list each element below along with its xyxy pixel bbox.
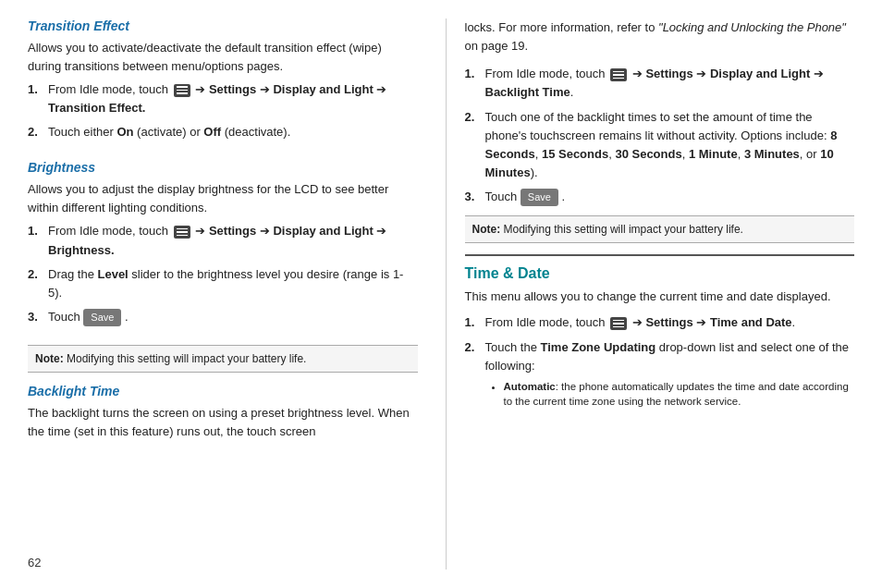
step-content: From Idle mode, touch ➔ Settings ➔ Displ… bbox=[485, 65, 855, 102]
step-1: 1. From Idle mode, touch ➔ Settings ➔ Di… bbox=[465, 65, 855, 102]
note-text: Modifying this setting will impact your … bbox=[504, 223, 743, 236]
step-num: 2. bbox=[465, 108, 482, 127]
backlight-steps-continued: 1. From Idle mode, touch ➔ Settings ➔ Di… bbox=[465, 65, 855, 206]
step-content: From Idle mode, touch ➔ Settings ➔ Displ… bbox=[48, 222, 418, 259]
bullet-automatic: Automatic: the phone automatically updat… bbox=[504, 379, 855, 409]
transition-effect-section: Transition Effect Allows you to activate… bbox=[28, 18, 418, 147]
step-2: 2. Touch either On (activate) or Off (de… bbox=[28, 123, 418, 141]
menu-icon bbox=[174, 84, 190, 97]
step-3: 3. Touch Save . bbox=[465, 188, 855, 206]
step-content: Touch one of the backlight times to set … bbox=[485, 108, 855, 183]
column-divider bbox=[446, 18, 447, 570]
step-content: Touch either On (activate) or Off (deact… bbox=[48, 123, 418, 141]
step-num: 2. bbox=[28, 265, 44, 284]
brightness-section: Brightness Allows you to adjust the disp… bbox=[28, 160, 418, 332]
menu-icon bbox=[174, 226, 190, 239]
time-date-title: Time & Date bbox=[465, 254, 855, 282]
time-date-steps: 1. From Idle mode, touch ➔ Settings ➔ Ti… bbox=[465, 313, 855, 412]
backlight-section: Backlight Time The backlight turns the s… bbox=[28, 384, 418, 446]
step-num: 3. bbox=[465, 188, 482, 206]
right-intro: locks. For more information, refer to "L… bbox=[465, 18, 855, 55]
bullet-label: Automatic bbox=[504, 381, 556, 392]
step-num: 1. bbox=[465, 313, 482, 332]
brightness-title: Brightness bbox=[28, 160, 418, 175]
step-1: 1. From Idle mode, touch ➔ Settings ➔ Di… bbox=[28, 80, 418, 117]
step-1: 1. From Idle mode, touch ➔ Settings ➔ Ti… bbox=[465, 313, 855, 332]
time-zone-options: Automatic: the phone automatically updat… bbox=[485, 379, 855, 409]
brightness-body: Allows you to adjust the display brightn… bbox=[28, 180, 418, 216]
step-3: 3. Touch Save . bbox=[28, 308, 418, 326]
step-content: From Idle mode, touch ➔ Settings ➔ Time … bbox=[485, 313, 855, 332]
transition-effect-title: Transition Effect bbox=[28, 18, 418, 33]
page: Transition Effect Allows you to activate… bbox=[0, 0, 882, 588]
brightness-steps: 1. From Idle mode, touch ➔ Settings ➔ Di… bbox=[28, 222, 418, 326]
page-number: 62 bbox=[28, 537, 418, 570]
step-content: Drag the Level slider to the brightness … bbox=[48, 265, 418, 302]
transition-effect-steps: 1. From Idle mode, touch ➔ Settings ➔ Di… bbox=[28, 80, 418, 141]
step-content: Touch Save . bbox=[48, 308, 418, 326]
step-1: 1. From Idle mode, touch ➔ Settings ➔ Di… bbox=[28, 222, 418, 259]
note-label: Note: bbox=[35, 352, 64, 365]
step-2: 2. Touch the Time Zone Updating drop-dow… bbox=[465, 338, 855, 412]
step-content: From Idle mode, touch ➔ Settings ➔ Displ… bbox=[48, 80, 418, 117]
step-num: 3. bbox=[28, 308, 44, 326]
step-2: 2. Touch one of the backlight times to s… bbox=[465, 108, 855, 183]
step-num: 1. bbox=[28, 222, 44, 240]
brightness-note: Note: Modifying this setting will impact… bbox=[28, 345, 418, 373]
transition-effect-body: Allows you to activate/deactivate the de… bbox=[28, 39, 418, 75]
step-num: 2. bbox=[465, 338, 482, 357]
backlight-title: Backlight Time bbox=[28, 384, 418, 398]
backlight-body: The backlight turns the screen on using … bbox=[28, 404, 418, 440]
backlight-note: Note: Modifying this setting will impact… bbox=[465, 215, 855, 243]
step-num: 1. bbox=[28, 80, 44, 99]
menu-icon bbox=[610, 317, 627, 330]
step-2: 2. Drag the Level slider to the brightne… bbox=[28, 265, 418, 302]
save-button[interactable]: Save bbox=[521, 189, 558, 206]
left-column: Transition Effect Allows you to activate… bbox=[28, 18, 436, 570]
time-date-body: This menu allows you to change the curre… bbox=[465, 288, 855, 306]
step-num: 1. bbox=[465, 65, 482, 83]
save-button[interactable]: Save bbox=[83, 309, 121, 326]
step-content: Touch Save . bbox=[485, 188, 855, 206]
step-num: 2. bbox=[28, 123, 44, 141]
note-text: Modifying this setting will impact your … bbox=[67, 352, 306, 365]
note-label: Note: bbox=[472, 223, 501, 236]
time-date-section: Time & Date This menu allows you to chan… bbox=[465, 254, 855, 412]
step-content: Touch the Time Zone Updating drop-down l… bbox=[485, 338, 855, 412]
menu-icon bbox=[610, 68, 627, 81]
right-column: locks. For more information, refer to "L… bbox=[456, 18, 855, 570]
